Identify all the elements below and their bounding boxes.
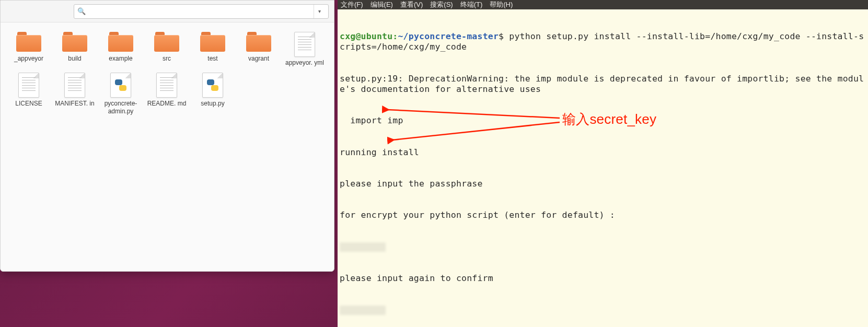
- file-label: vagrant: [248, 55, 269, 62]
- menu-item[interactable]: 文件(F): [341, 0, 363, 9]
- menu-item[interactable]: 编辑(E): [371, 0, 393, 9]
- file-item[interactable]: README. md: [144, 69, 190, 118]
- menu-item[interactable]: 查看(V): [400, 0, 423, 9]
- file-label: example: [109, 55, 132, 62]
- file-label: README. md: [147, 100, 187, 107]
- text-file-icon: [294, 32, 315, 57]
- folder-icon: [62, 32, 87, 53]
- file-label: appveyor. yml: [285, 59, 324, 66]
- file-label: pyconcrete- admin.py: [99, 100, 143, 115]
- file-item[interactable]: _appveyor: [6, 29, 52, 69]
- text-file-icon: [18, 73, 39, 98]
- file-manager-toolbar: 🔍 ▾: [1, 1, 334, 22]
- file-label: test: [207, 55, 217, 62]
- terminal-menubar: 文件(F)编辑(E)查看(V)搜索(S)终端(T)帮助(H): [338, 0, 868, 9]
- file-item[interactable]: example: [98, 29, 144, 69]
- file-label: MANIFEST. in: [55, 100, 94, 107]
- file-label: LICENSE: [15, 100, 42, 107]
- terminal-window: 文件(F)编辑(E)查看(V)搜索(S)终端(T)帮助(H) cxg@ubunt…: [338, 0, 868, 327]
- file-item[interactable]: MANIFEST. in: [52, 69, 98, 118]
- file-label: src: [163, 55, 171, 62]
- menu-item[interactable]: 终端(T): [460, 0, 483, 9]
- file-label: setup.py: [201, 100, 224, 107]
- file-item[interactable]: LICENSE: [6, 69, 52, 118]
- terminal-line: running install: [340, 147, 866, 158]
- file-manager-window: 🔍 ▾ _appveyorbuildexamplesrctestvagranta…: [0, 0, 334, 272]
- terminal-line: for encrypt your python script (enter fo…: [340, 210, 866, 220]
- prompt-user: cxg@ubuntu: [340, 31, 392, 41]
- folder-icon: [16, 32, 41, 53]
- masked-input-2: [340, 306, 386, 315]
- terminal-line: please input again to confirm: [340, 273, 866, 284]
- prompt-dollar: $: [499, 31, 504, 41]
- file-item[interactable]: pyconcrete- admin.py: [98, 69, 144, 118]
- folder-icon: [246, 32, 271, 53]
- python-file-icon: [202, 73, 223, 98]
- menu-item[interactable]: 帮助(H): [490, 0, 513, 9]
- prompt-path: ~/pyconcrete-master: [398, 31, 499, 41]
- file-item[interactable]: build: [52, 29, 98, 69]
- terminal-line: import imp: [340, 115, 866, 126]
- folder-icon: [200, 32, 225, 53]
- menu-item[interactable]: 搜索(S): [430, 0, 453, 9]
- prompt-sep: :: [392, 31, 398, 41]
- folder-icon: [154, 32, 179, 53]
- file-item[interactable]: appveyor. yml: [282, 29, 328, 69]
- search-box[interactable]: 🔍 ▾: [74, 4, 329, 19]
- folder-icon: [108, 32, 133, 53]
- file-item[interactable]: vagrant: [236, 29, 282, 69]
- search-dropdown-button[interactable]: ▾: [314, 5, 325, 18]
- file-item[interactable]: src: [144, 29, 190, 69]
- search-input[interactable]: [88, 7, 314, 15]
- file-label: build: [68, 55, 81, 62]
- python-file-icon: [110, 73, 131, 98]
- file-grid: _appveyorbuildexamplesrctestvagrantappve…: [1, 22, 334, 124]
- terminal-line: setup.py:19: DeprecationWarning: the imp…: [340, 74, 866, 95]
- file-item[interactable]: setup.py: [190, 69, 236, 118]
- text-file-icon: [64, 73, 85, 98]
- search-icon: 🔍: [77, 7, 86, 15]
- file-item[interactable]: test: [190, 29, 236, 69]
- terminal-body[interactable]: cxg@ubuntu:~/pyconcrete-master$ python s…: [338, 9, 868, 327]
- text-file-icon: [156, 73, 177, 98]
- file-label: _appveyor: [14, 55, 43, 62]
- masked-input-1: [340, 242, 386, 252]
- terminal-line: please input the passphrase: [340, 179, 866, 189]
